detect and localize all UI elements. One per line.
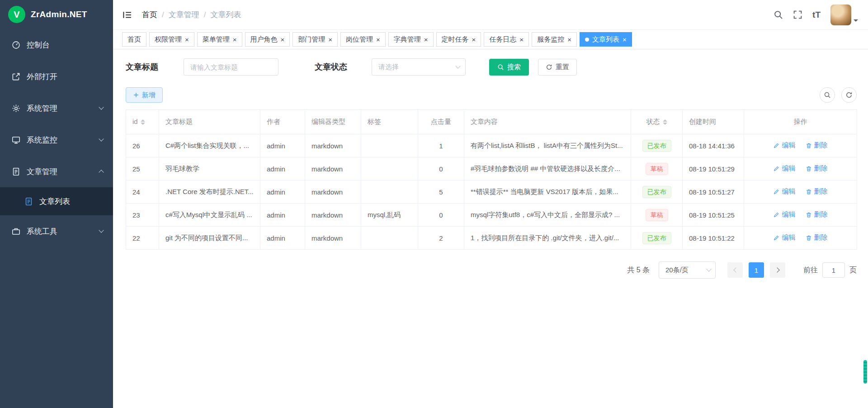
cell-content: 1，找到项目所在目录下的 .git/文件夹，进入.git/... [464, 227, 631, 250]
cell-title: 羽毛球教学 [159, 157, 260, 180]
breadcrumb-item-home[interactable]: 首页 [142, 9, 157, 20]
sidebar-item-article-list[interactable]: 文章列表 [0, 187, 113, 215]
tab-scheduled-task[interactable]: 定时任务× [436, 32, 481, 47]
reset-button-label: 重置 [556, 63, 569, 71]
sidebar-item-external-open[interactable]: 外部打开 [0, 61, 113, 92]
edit-button[interactable]: 编辑 [773, 141, 795, 150]
sidebar-item-system-mgmt[interactable]: 系统管理 [0, 92, 113, 124]
article-status-select[interactable]: 请选择 [372, 58, 466, 76]
cell-created: 08-19 10:51:22 [683, 227, 744, 250]
edit-button[interactable]: 编辑 [773, 164, 795, 173]
col-header-status[interactable]: 状态 [631, 110, 683, 134]
tab-post-mgmt[interactable]: 岗位管理× [340, 32, 386, 47]
sidebar-item-label: 系统管理 [27, 103, 99, 114]
chevron-up-icon [99, 170, 104, 175]
tab-label: 文章列表 [592, 35, 619, 44]
page-number-button[interactable]: 1 [749, 262, 764, 278]
cell-actions: 编辑 删除 [744, 180, 857, 204]
trash-icon [806, 142, 812, 149]
close-icon[interactable]: × [623, 36, 627, 43]
edit-button[interactable]: 编辑 [773, 210, 795, 219]
goto-page-input[interactable] [822, 262, 845, 278]
sidebar-item-console[interactable]: 控制台 [0, 29, 113, 61]
page-size-select[interactable]: 20条/页 [659, 261, 716, 279]
close-icon[interactable]: × [233, 36, 237, 43]
toggle-search-button[interactable] [820, 87, 835, 103]
col-header-clicks: 点击量 [418, 110, 464, 134]
sidebar-item-article-mgmt[interactable]: 文章管理 [0, 156, 113, 187]
search-icon [824, 91, 831, 99]
search-icon[interactable] [774, 10, 783, 19]
col-header-label: 点击量 [431, 118, 451, 125]
chevron-right-icon [774, 267, 779, 272]
scrollbar-thumb[interactable] [863, 360, 867, 384]
col-header-id[interactable]: id [126, 110, 159, 134]
chevron-down-icon [706, 266, 711, 271]
close-icon[interactable]: × [281, 36, 285, 43]
avatar[interactable] [830, 5, 851, 25]
search-button[interactable]: 搜索 [489, 59, 529, 76]
font-size-icon[interactable]: tT [812, 10, 821, 20]
delete-button[interactable]: 删除 [806, 233, 828, 242]
close-icon[interactable]: × [185, 36, 189, 43]
cell-author: admin [260, 227, 305, 250]
close-icon[interactable]: × [376, 36, 380, 43]
cell-title: git 为不同的项目设置不同... [159, 227, 260, 250]
status-badge: 已发布 [642, 186, 671, 198]
refresh-button[interactable] [841, 87, 857, 103]
topbar-actions: tT [774, 5, 858, 25]
tab-label: 首页 [127, 35, 141, 44]
close-icon[interactable]: × [424, 36, 428, 43]
cell-editor: markdown [305, 134, 361, 157]
collapse-menu-icon[interactable] [122, 10, 132, 20]
sort-caret-icon[interactable] [663, 117, 667, 127]
tab-home[interactable]: 首页 [122, 32, 146, 47]
tab-article-list[interactable]: 文章列表× [580, 32, 632, 47]
col-header-content: 文章内容 [464, 110, 631, 134]
sidebar-item-system-tools[interactable]: 系统工具 [0, 215, 113, 247]
cell-actions: 编辑 删除 [744, 157, 857, 180]
breadcrumb-item-article-mgmt[interactable]: 文章管理 [169, 9, 199, 20]
app-root: V ZrAdmin.NET 控制台 外部打开 系统管理 系统监控 [0, 0, 868, 408]
active-dot [585, 38, 589, 42]
col-header-editor: 编辑器类型 [305, 110, 361, 134]
cell-content: 有两个list,listA 和listB， listA中有三个属性列为St... [464, 134, 631, 157]
prev-page-button[interactable] [727, 262, 743, 278]
tab-label: 定时任务 [442, 35, 469, 44]
tab-menu-mgmt[interactable]: 菜单管理× [197, 32, 242, 47]
cell-status: 已发布 [631, 134, 683, 157]
add-button[interactable]: 新增 [126, 87, 163, 103]
sidebar-item-system-monitor[interactable]: 系统监控 [0, 124, 113, 156]
delete-button[interactable]: 删除 [806, 187, 828, 196]
logo-icon: V [8, 6, 25, 23]
close-icon[interactable]: × [328, 36, 332, 43]
cell-tags [361, 227, 418, 250]
delete-label: 删除 [814, 187, 828, 196]
delete-button[interactable]: 删除 [806, 164, 828, 173]
cell-editor: markdown [305, 157, 361, 180]
edit-button[interactable]: 编辑 [773, 233, 795, 242]
sort-caret-icon[interactable] [141, 117, 145, 127]
close-icon[interactable]: × [567, 36, 571, 43]
close-icon[interactable]: × [519, 36, 524, 43]
col-header-label: 文章标题 [165, 118, 193, 125]
close-icon[interactable]: × [472, 36, 476, 43]
tab-permission-mgmt[interactable]: 权限管理× [149, 32, 194, 47]
tab-dept-mgmt[interactable]: 部门管理× [292, 32, 338, 47]
tab-label: 权限管理 [155, 35, 182, 44]
user-menu[interactable] [830, 5, 858, 25]
next-page-button[interactable] [770, 262, 785, 278]
fullscreen-icon[interactable] [793, 10, 802, 19]
article-title-input[interactable] [184, 58, 278, 76]
edit-button[interactable]: 编辑 [773, 187, 795, 196]
delete-button[interactable]: 删除 [806, 141, 828, 150]
trash-icon [806, 212, 812, 218]
tab-dict-mgmt[interactable]: 字典管理× [388, 32, 434, 47]
page-content: 文章标题 文章状态 请选择 搜索 重置 [113, 49, 868, 408]
tab-user-role[interactable]: 用户角色× [245, 32, 290, 47]
tab-service-monitor[interactable]: 服务监控× [532, 32, 577, 47]
delete-button[interactable]: 删除 [806, 210, 828, 219]
tab-task-log[interactable]: 任务日志× [484, 32, 529, 47]
cell-tags [361, 134, 418, 157]
reset-button[interactable]: 重置 [538, 59, 577, 76]
